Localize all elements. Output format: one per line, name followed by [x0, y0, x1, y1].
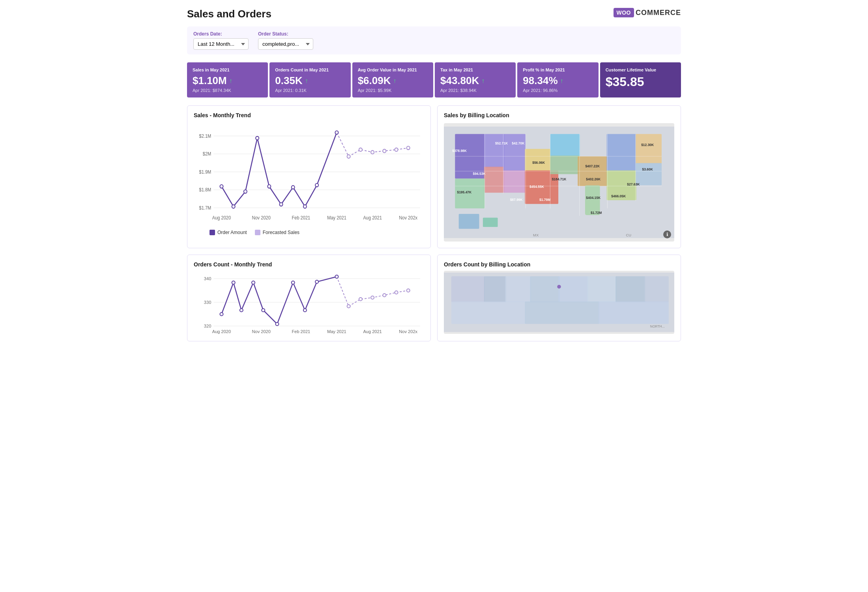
orders-count-trend-card: Orders Count - Monthly Trend 340 330 320…: [187, 255, 431, 341]
svg-rect-47: [636, 134, 662, 163]
orders-map-svg: NORTH...: [444, 271, 674, 334]
kpi-ltv-value: $35.85: [606, 75, 675, 89]
svg-rect-39: [525, 149, 551, 171]
status-filter-label: Order Status:: [258, 31, 313, 37]
kpi-profit-value: 98.34% ↑: [523, 75, 593, 86]
legend-order-amount-label: Order Amount: [217, 230, 247, 235]
legend-order-amount: Order Amount: [210, 230, 247, 235]
orders-billing-location-card: Orders Count by Billing Location: [437, 255, 681, 341]
kpi-avg-value: $6.09K ↑: [358, 75, 428, 86]
svg-text:$94.53K: $94.53K: [473, 172, 486, 176]
svg-point-102: [335, 275, 338, 278]
orders-billing-location-title: Orders Count by Billing Location: [444, 261, 674, 268]
kpi-orders-arrow: ↑: [305, 77, 308, 84]
svg-text:$466.05K: $466.05K: [611, 194, 626, 198]
svg-text:Feb 2021: Feb 2021: [292, 215, 310, 220]
kpi-card-ltv: Customer Lifetime Value $35.85: [600, 62, 681, 97]
legend-forecasted-sales-box: [255, 230, 260, 235]
kpi-orders-value: 0.35K ↑: [275, 75, 345, 86]
svg-text:$27.63K: $27.63K: [627, 182, 640, 186]
date-filter-select[interactable]: Last 12 Month...: [193, 38, 249, 50]
svg-text:$1.79M: $1.79M: [539, 198, 550, 202]
svg-text:$1.72M: $1.72M: [591, 211, 602, 215]
svg-text:Aug 2021: Aug 2021: [363, 329, 382, 334]
legend-forecasted-sales-label: Forecasted Sales: [263, 230, 299, 235]
svg-text:$2M: $2M: [203, 152, 211, 156]
kpi-ltv-title: Customer Lifetime Value: [606, 67, 675, 73]
map-info-button[interactable]: ℹ: [663, 230, 671, 238]
svg-text:$56.06K: $56.06K: [532, 161, 545, 165]
svg-text:$1.7M: $1.7M: [199, 205, 211, 210]
svg-point-21: [279, 202, 282, 206]
svg-text:320: 320: [204, 324, 211, 328]
woo-logo: WOO: [614, 8, 634, 17]
svg-rect-49: [459, 214, 479, 229]
page-title: Sales and Orders: [187, 8, 271, 20]
orders-count-svg: 340 330 320 Aug 2020 Nov 2020 Feb 2021 M…: [194, 271, 424, 334]
svg-text:MX: MX: [533, 232, 539, 237]
svg-text:$378.98K: $378.98K: [452, 149, 467, 153]
svg-rect-111: [484, 276, 507, 302]
svg-rect-118: [451, 302, 526, 324]
svg-point-18: [244, 190, 247, 193]
svg-text:$52.71K: $52.71K: [495, 141, 508, 145]
status-filter-select[interactable]: completed,pro...: [258, 38, 313, 50]
svg-text:May 2021: May 2021: [327, 215, 346, 220]
svg-text:May 2021: May 2021: [327, 329, 346, 334]
kpi-sales-prev: Apr 2021: $874.34K: [193, 88, 262, 93]
kpi-card-avg: Avg Order Value in May 2021 $6.09K ↑ Apr…: [352, 62, 433, 97]
svg-rect-113: [530, 276, 560, 302]
legend-forecasted-sales: Forecasted Sales: [255, 230, 299, 235]
billing-location-title: Sales by Billing Location: [444, 112, 674, 118]
svg-point-97: [262, 309, 265, 312]
us-map-svg: MX CU $378.98K $52.71K $42.70K $94.53K $…: [444, 123, 674, 242]
us-map-area: MX CU $378.98K $52.71K $42.70K $94.53K $…: [444, 123, 674, 242]
svg-point-23: [303, 205, 307, 208]
svg-rect-116: [615, 276, 645, 302]
kpi-avg-title: Avg Order Value in May 2021: [358, 67, 428, 73]
kpi-profit-arrow: ↑: [560, 77, 563, 84]
billing-location-card: Sales by Billing Location: [437, 105, 681, 248]
svg-rect-119: [525, 302, 599, 324]
kpi-tax-prev: Apr 2021: $38.94K: [440, 88, 510, 93]
kpi-tax-title: Tax in May 2021: [440, 67, 510, 73]
svg-text:CU: CU: [626, 232, 632, 237]
kpi-orders-title: Orders Count in May 2021: [275, 67, 345, 73]
kpi-sales-value: $1.10M ↑: [193, 75, 262, 86]
svg-rect-45: [607, 134, 636, 171]
svg-point-105: [371, 296, 374, 299]
svg-text:$12.30K: $12.30K: [641, 143, 654, 147]
filters-bar: Orders Date: Last 12 Month... Order Stat…: [187, 26, 681, 54]
svg-rect-35: [484, 167, 505, 193]
kpi-tax-value: $43.80K ↑: [440, 75, 510, 86]
sales-trend-card: Sales - Monthly Trend $2.1M $2M $1.9M $1…: [187, 105, 431, 248]
orders-count-chart-area: 340 330 320 Aug 2020 Nov 2020 Feb 2021 M…: [194, 271, 424, 334]
svg-point-94: [232, 281, 235, 284]
svg-point-29: [383, 149, 386, 153]
svg-text:Feb 2021: Feb 2021: [292, 329, 311, 334]
logo-area: WOO COMMERCE: [614, 8, 681, 17]
svg-point-26: [347, 155, 350, 158]
svg-point-100: [303, 309, 307, 312]
svg-text:$454.55K: $454.55K: [529, 185, 544, 189]
charts-row-2: Orders Count - Monthly Trend 340 330 320…: [187, 255, 681, 341]
svg-rect-38: [503, 170, 526, 193]
header: Sales and Orders WOO COMMERCE: [187, 8, 681, 20]
kpi-profit-title: Profit % in May 2021: [523, 67, 593, 73]
kpi-tax-arrow: ↑: [481, 77, 485, 84]
svg-point-31: [407, 146, 410, 150]
svg-text:NORTH...: NORTH...: [650, 324, 665, 328]
svg-rect-37: [503, 134, 526, 171]
svg-text:$87.99K: $87.99K: [510, 198, 523, 202]
svg-text:Nov 2020: Nov 2020: [252, 215, 270, 220]
kpi-card-sales: Sales in May 2021 $1.10M ↑ Apr 2021: $87…: [187, 62, 268, 97]
svg-text:Nov 202x: Nov 202x: [399, 215, 417, 220]
svg-text:$184.71K: $184.71K: [552, 177, 567, 181]
kpi-sales-arrow: ↑: [229, 77, 232, 84]
svg-point-103: [347, 305, 350, 308]
svg-text:$404.15K: $404.15K: [586, 196, 601, 200]
svg-point-106: [383, 294, 386, 297]
sales-trend-svg: $2.1M $2M $1.9M $1.8M $1.7M Aug 2020 Nov…: [194, 123, 424, 226]
svg-rect-120: [599, 302, 669, 324]
svg-rect-34: [484, 134, 505, 167]
